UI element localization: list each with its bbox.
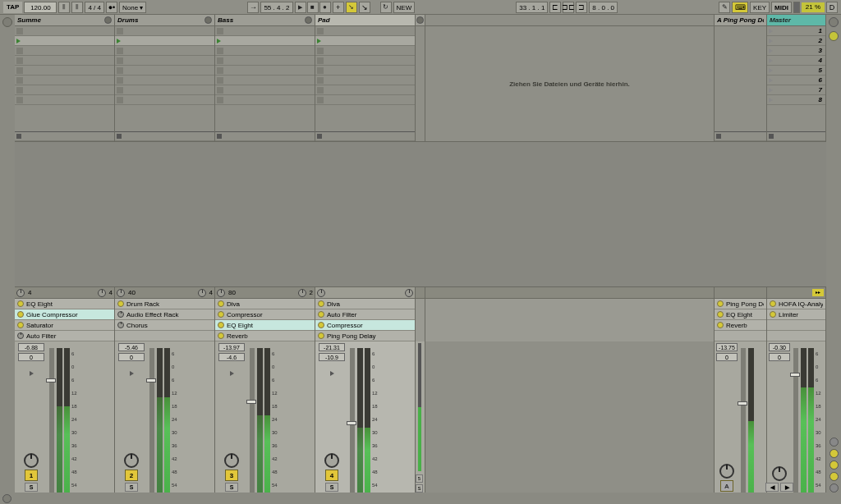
clip-slot[interactable]	[115, 95, 214, 105]
device-item-empty[interactable]	[767, 320, 825, 331]
device-item[interactable]: Compressor	[215, 309, 315, 320]
device-item[interactable]: Diva	[215, 299, 315, 309]
automation-arm[interactable]	[346, 2, 357, 13]
volume-db[interactable]: -5.46	[118, 343, 145, 351]
punch-in[interactable]: ⊏	[549, 2, 561, 13]
clip-slot[interactable]	[15, 76, 114, 85]
device-item[interactable]: Glue Compressor	[15, 309, 114, 320]
volume-db[interactable]: -21.31	[319, 343, 345, 351]
loop-length[interactable]: 8 . 0 . 0	[589, 2, 618, 13]
clip-slot[interactable]	[215, 26, 315, 36]
pan-knob[interactable]	[198, 289, 206, 297]
device-on-icon[interactable]	[318, 322, 324, 328]
overdub-button[interactable]: +	[333, 2, 344, 13]
clip-slot[interactable]	[115, 56, 214, 66]
quantize-menu[interactable]: None ▾	[119, 2, 146, 13]
pan-knob[interactable]	[772, 466, 787, 481]
clip-slot[interactable]	[115, 36, 214, 46]
device-item[interactable]: Audio Effect Rack	[115, 309, 214, 320]
scene-slot[interactable]: 6	[767, 76, 825, 85]
scene-slot[interactable]: 1	[767, 26, 825, 36]
returns-section-toggle[interactable]	[830, 460, 839, 470]
stop-button[interactable]	[307, 2, 319, 13]
pan-knob[interactable]	[405, 289, 413, 297]
nudge-down[interactable]: ⦀	[58, 2, 70, 13]
clip-slot[interactable]	[115, 66, 214, 76]
stop-all-icon[interactable]	[769, 134, 774, 139]
device-off-icon[interactable]	[117, 311, 124, 318]
track-header-summe[interactable]: Summe	[15, 15, 114, 26]
clip-slot[interactable]	[15, 36, 114, 46]
device-on-icon[interactable]	[17, 300, 24, 307]
track-header-drums[interactable]: Drums	[115, 15, 214, 26]
return-track-header[interactable]: A Ping Pong Del	[715, 15, 766, 26]
device-item-empty[interactable]	[767, 331, 825, 341]
device-item[interactable]: Limiter	[767, 309, 825, 320]
time-signature[interactable]: 4 / 4	[85, 2, 104, 13]
scene-slot[interactable]: 7	[767, 85, 825, 95]
pan-knob[interactable]	[324, 453, 339, 468]
drop-zone[interactable]: Ziehen Sie Dateien und Geräte hierhin.	[425, 15, 715, 141]
device-item-empty[interactable]	[115, 331, 214, 341]
scene-slot[interactable]: 2	[767, 36, 825, 46]
clip-stop-slot[interactable]	[115, 131, 214, 141]
clip-slot[interactable]	[215, 36, 315, 46]
send-value[interactable]: 0	[18, 353, 44, 361]
clip-slot[interactable]	[315, 56, 415, 66]
clip-slot[interactable]	[115, 46, 214, 56]
stop-icon[interactable]	[317, 134, 322, 139]
scene-slot[interactable]: 8	[767, 95, 825, 105]
clip-play-icon[interactable]	[117, 39, 121, 44]
volume-fader[interactable]	[149, 348, 154, 501]
track-activator[interactable]: A	[720, 480, 733, 492]
scene-play-icon[interactable]	[769, 29, 773, 34]
volume-db[interactable]: -6.88	[18, 343, 44, 351]
track-activator[interactable]: 3	[225, 470, 238, 481]
volume-fader[interactable]	[793, 348, 798, 501]
clip-slot[interactable]	[215, 85, 315, 95]
device-item[interactable]: Drum Rack	[115, 299, 214, 309]
device-item[interactable]: EQ Eight	[215, 320, 315, 331]
device-item[interactable]: EQ Eight	[715, 309, 766, 320]
send-value[interactable]: -10.9	[319, 353, 345, 361]
clip-slot[interactable]	[15, 95, 114, 105]
clip-play-icon[interactable]	[317, 39, 321, 44]
tap-button[interactable]: TAP	[3, 2, 22, 13]
scene-play-icon[interactable]	[769, 98, 773, 103]
solo-button[interactable]: S	[125, 483, 138, 492]
io-section-toggle[interactable]	[830, 438, 839, 447]
track-activator-mini[interactable]: 5	[416, 474, 423, 483]
clip-slot[interactable]	[315, 95, 415, 105]
record-button[interactable]	[319, 2, 331, 13]
device-on-icon[interactable]	[117, 300, 124, 307]
device-item[interactable]: Ping Pong Delay	[315, 331, 415, 341]
clip-stop-slot[interactable]	[715, 131, 766, 141]
device-off-icon[interactable]	[117, 322, 124, 328]
send-value[interactable]: -4.6	[218, 353, 245, 361]
volume-fader[interactable]	[350, 348, 355, 501]
cue-button[interactable]: ▶	[780, 483, 793, 492]
stop-icon[interactable]	[716, 134, 721, 139]
pan-knob[interactable]	[117, 289, 125, 297]
device-item[interactable]: Chorus	[115, 320, 214, 331]
scene-play-icon[interactable]	[769, 39, 773, 44]
track-activator[interactable]: 4	[325, 470, 338, 481]
pan-knob[interactable]	[16, 289, 25, 297]
device-item[interactable]: HOFA IQ-Analys	[767, 299, 825, 309]
clip-slot[interactable]	[215, 76, 315, 85]
tempo-field[interactable]: 120.00	[24, 2, 57, 13]
device-off-icon[interactable]	[17, 332, 24, 339]
volume-db[interactable]: -13.97	[218, 343, 245, 351]
device-on-icon[interactable]	[717, 322, 724, 328]
scene-slot[interactable]: 3	[767, 46, 825, 56]
clip-slot[interactable]	[315, 66, 415, 76]
clip-play-icon[interactable]	[16, 39, 21, 44]
arrangement-view-icon[interactable]	[829, 31, 839, 41]
device-on-icon[interactable]	[717, 311, 724, 318]
fold-icon[interactable]	[305, 16, 312, 24]
clip-slot[interactable]	[15, 46, 114, 56]
device-item[interactable]: Reverb	[715, 320, 766, 331]
solo-button[interactable]: S	[225, 483, 238, 492]
device-on-icon[interactable]	[318, 311, 324, 318]
device-on-icon[interactable]	[318, 300, 324, 307]
